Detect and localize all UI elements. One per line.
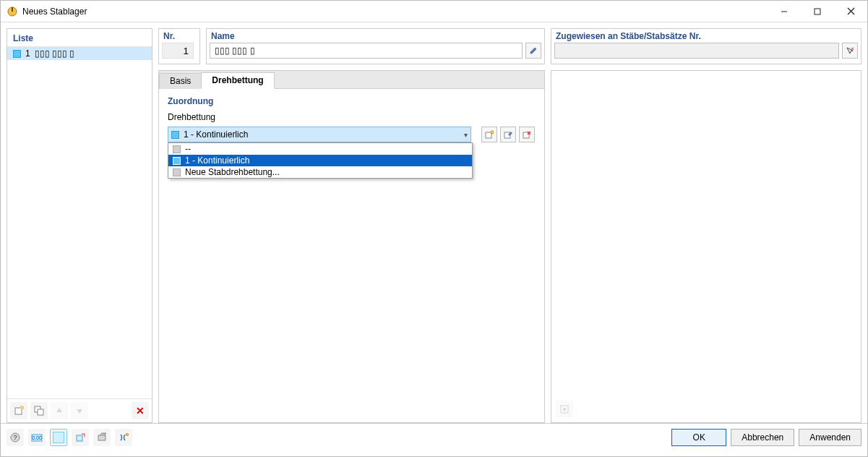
maximize-button[interactable] (801, 1, 834, 22)
list-header: Liste (7, 29, 152, 46)
svg-rect-25 (98, 435, 106, 440)
name-input[interactable] (210, 43, 523, 59)
preview-settings-button (556, 401, 573, 418)
svg-rect-9 (38, 409, 43, 415)
tab-drehbettung[interactable]: Drehbettung (201, 72, 274, 89)
view-button[interactable] (93, 429, 111, 446)
assign-field: Zugewiesen an Stäbe/Stabsätze Nr. (551, 28, 861, 64)
new-item-button[interactable] (10, 402, 27, 419)
list-item-num: 1 (25, 48, 30, 59)
dropdown-item-1[interactable]: 1 - Kontinuierlich (168, 155, 472, 166)
svg-rect-12 (486, 132, 491, 138)
color-swatch-icon (53, 432, 64, 443)
list-toolbar: ✕ (7, 398, 152, 422)
list-item[interactable]: 1 ▯▯▯ ▯▯▯ ▯ (7, 47, 152, 60)
preview-area (551, 70, 861, 423)
help-button[interactable]: ? (7, 429, 24, 446)
dropdown-item-new[interactable]: Neue Stabdrehbettung... (168, 166, 472, 178)
nr-input (162, 43, 194, 59)
item-marker-icon (13, 50, 21, 58)
dialog-bottom-bar: ? 0,00 OK Abbrechen Anwenden (1, 423, 867, 450)
app-icon (7, 6, 18, 17)
drehbettung-dropdown[interactable]: -- 1 - Kontinuierlich Neue Stabdrehbettu… (168, 142, 473, 179)
move-down-button (71, 402, 88, 419)
tab-bar: Basis Drehbettung (159, 71, 544, 88)
assign-input[interactable] (554, 43, 839, 59)
option-label: Neue Stabdrehbettung... (185, 167, 280, 177)
pick-objects-button[interactable] (842, 43, 858, 59)
ok-button[interactable]: OK (671, 429, 726, 446)
option-marker-icon (173, 145, 181, 153)
svg-rect-6 (15, 408, 22, 414)
svg-point-7 (21, 407, 23, 409)
minimize-button[interactable] (768, 1, 801, 22)
window-buttons (768, 1, 867, 22)
svg-text:0,00: 0,00 (32, 435, 42, 440)
combo-value: 1 - Kontinuierlich (184, 129, 248, 140)
svg-rect-1 (12, 7, 13, 12)
main-area: Basis Drehbettung Zuordnung Drehbettung … (158, 70, 545, 423)
duplicate-item-button[interactable] (30, 402, 48, 419)
nr-field: Nr. (158, 28, 200, 64)
edit-drehbettung-button[interactable] (500, 127, 516, 142)
name-label: Name (207, 29, 544, 43)
svg-point-13 (491, 131, 494, 134)
option-marker-icon (173, 157, 181, 165)
name-field: Name (206, 28, 545, 64)
svg-point-26 (126, 433, 128, 435)
nr-label: Nr. (159, 29, 199, 43)
move-up-button (51, 402, 68, 419)
tab-basis[interactable]: Basis (159, 73, 202, 89)
svg-text:?: ? (13, 434, 17, 441)
option-marker-icon (173, 168, 181, 176)
svg-point-19 (563, 408, 566, 411)
new-drehbettung-button[interactable] (481, 127, 497, 142)
dropdown-item-none[interactable]: -- (168, 143, 472, 155)
window-title: Neues Stablager (22, 7, 768, 17)
chevron-down-icon: ▾ (464, 131, 468, 139)
drehbettung-combo[interactable]: 1 - Kontinuierlich ▾ -- 1 - Kontinuierli… (168, 127, 471, 142)
delete-drehbettung-button[interactable] (519, 127, 535, 142)
titlebar: Neues Stablager (1, 1, 867, 22)
script-button[interactable] (115, 429, 132, 446)
color-toggle-button[interactable] (50, 429, 67, 446)
svg-rect-24 (77, 435, 82, 441)
apply-button[interactable]: Anwenden (799, 429, 861, 446)
delete-item-button[interactable]: ✕ (132, 402, 149, 419)
section-zuordnung: Zuordnung (168, 96, 536, 106)
option-label: 1 - Kontinuierlich (185, 155, 249, 166)
edit-name-button[interactable] (525, 43, 541, 59)
delete-icon: ✕ (136, 405, 145, 417)
cancel-button[interactable]: Abbrechen (731, 429, 794, 446)
assign-label: Zugewiesen an Stäbe/Stabsätze Nr. (551, 29, 861, 43)
svg-rect-15 (523, 132, 529, 138)
list-area[interactable]: 1 ▯▯▯ ▯▯▯ ▯ (7, 46, 152, 398)
list-panel: Liste 1 ▯▯▯ ▯▯▯ ▯ ✕ (7, 28, 152, 423)
list-item-text: ▯▯▯ ▯▯▯ ▯ (35, 48, 75, 59)
close-button[interactable] (834, 1, 867, 22)
option-label: -- (185, 144, 191, 154)
svg-rect-3 (815, 9, 820, 14)
combo-marker-icon (171, 131, 179, 139)
graphics-button[interactable] (72, 429, 89, 446)
drehbettung-label: Drehbettung (168, 112, 536, 122)
units-button[interactable]: 0,00 (28, 429, 46, 446)
